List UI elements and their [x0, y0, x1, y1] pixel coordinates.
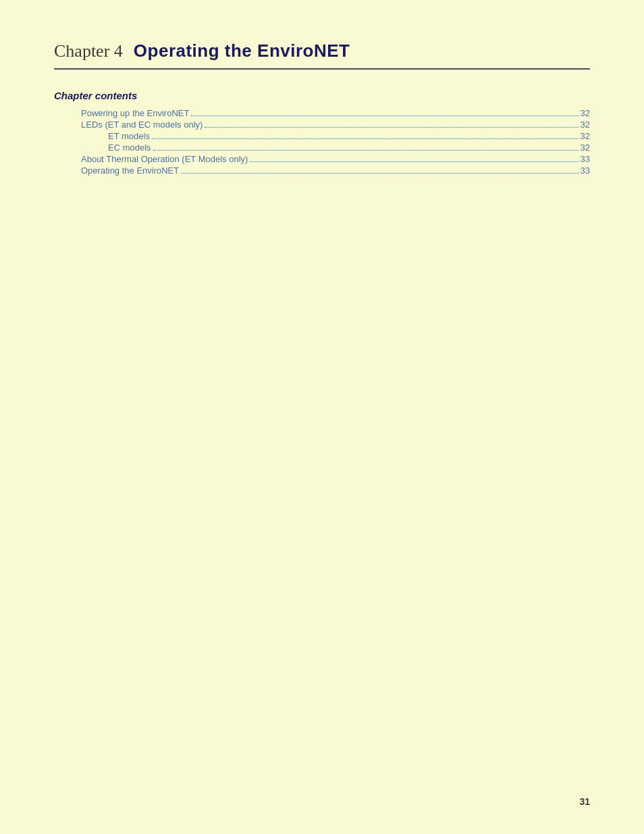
toc-page-thermal-operation: 33	[581, 154, 590, 164]
toc-entry-et-models[interactable]: ET models32	[54, 131, 590, 141]
page-number: 31	[579, 796, 590, 807]
toc-link-et-models[interactable]: ET models	[108, 131, 150, 141]
toc-link-thermal-operation[interactable]: About Thermal Operation (ET Models only)	[81, 154, 248, 164]
chapter-contents-section: Chapter contents Powering up the EnviroN…	[54, 90, 590, 176]
toc-link-leds[interactable]: LEDs (ET and EC models only)	[81, 120, 203, 130]
chapter-header: Chapter 4 Operating the EnviroNET	[54, 41, 590, 70]
toc-link-ec-models[interactable]: EC models	[108, 142, 151, 153]
toc-entry-ec-models[interactable]: EC models32	[54, 142, 590, 153]
chapter-title: Operating the EnviroNET	[134, 41, 350, 61]
toc-list: Powering up the EnviroNET32LEDs (ET and …	[54, 108, 590, 176]
page: Chapter 4 Operating the EnviroNET Chapte…	[0, 0, 644, 834]
toc-dots-thermal-operation	[250, 161, 578, 162]
chapter-contents-heading: Chapter contents	[54, 90, 590, 101]
toc-entry-leds[interactable]: LEDs (ET and EC models only)32	[54, 120, 590, 130]
toc-link-operating[interactable]: Operating the EnviroNET	[81, 165, 179, 176]
toc-page-leds: 32	[581, 120, 590, 130]
toc-dots-powering-up	[191, 115, 578, 116]
toc-entry-thermal-operation[interactable]: About Thermal Operation (ET Models only)…	[54, 154, 590, 164]
toc-page-et-models: 32	[581, 131, 590, 141]
toc-dots-et-models	[152, 138, 579, 139]
chapter-label: Chapter 4	[54, 41, 123, 61]
toc-page-operating: 33	[581, 165, 590, 176]
toc-link-powering-up[interactable]: Powering up the EnviroNET	[81, 108, 189, 118]
toc-dots-leds	[205, 127, 578, 128]
toc-page-powering-up: 32	[581, 108, 590, 118]
toc-entry-operating[interactable]: Operating the EnviroNET33	[54, 165, 590, 176]
toc-entry-powering-up[interactable]: Powering up the EnviroNET32	[54, 108, 590, 118]
toc-dots-ec-models	[153, 150, 579, 151]
toc-dots-operating	[181, 173, 578, 174]
toc-page-ec-models: 32	[581, 142, 590, 153]
